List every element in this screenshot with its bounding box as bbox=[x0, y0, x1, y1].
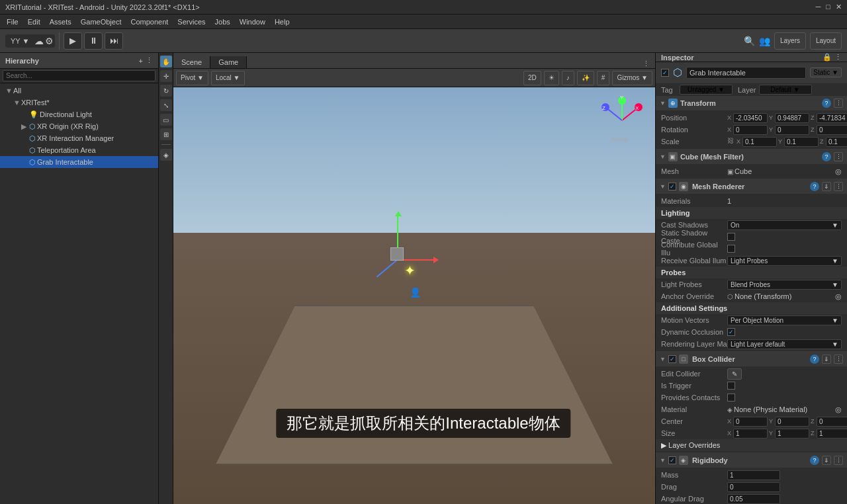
object-name-input[interactable] bbox=[686, 67, 806, 79]
layer-dropdown[interactable]: Default ▼ bbox=[759, 85, 812, 95]
pause-button[interactable]: ⏸ bbox=[84, 32, 103, 50]
mesh-renderer-settings-btn[interactable]: ⇓ bbox=[822, 182, 831, 191]
local-btn[interactable]: Local ▼ bbox=[211, 71, 245, 85]
tab-game[interactable]: Game bbox=[210, 56, 247, 68]
receive-gi-dropdown[interactable]: Light Probes ▼ bbox=[727, 256, 842, 266]
scale-link-icon[interactable]: ⛓ bbox=[727, 137, 734, 147]
account-dropdown[interactable]: YY ▼ bbox=[7, 36, 33, 46]
menu-assets[interactable]: Assets bbox=[46, 17, 75, 27]
tool-scale[interactable]: ⤡ bbox=[160, 99, 172, 111]
size-x-val[interactable]: 1 bbox=[733, 429, 768, 439]
transform-header[interactable]: ▼ ⊕ Transform ? ⋮ bbox=[656, 96, 847, 110]
tool-transform[interactable]: ⊞ bbox=[160, 128, 172, 140]
menu-help[interactable]: Help bbox=[271, 17, 294, 27]
light-probes-dropdown[interactable]: Blend Probes ▼ bbox=[727, 280, 842, 290]
hierarchy-item-grab[interactable]: ⬡ Grab Interactable bbox=[0, 156, 158, 168]
size-y-val[interactable]: 1 bbox=[775, 429, 809, 439]
box-collider-info-btn[interactable]: ? bbox=[810, 355, 819, 364]
tool-rect[interactable]: ▭ bbox=[160, 114, 172, 126]
fx-btn[interactable]: ✨ bbox=[577, 71, 594, 85]
settings-icon[interactable]: ⚙ bbox=[45, 36, 54, 46]
maximize-btn[interactable]: □ bbox=[826, 3, 830, 11]
view-2d-btn[interactable]: 2D bbox=[523, 71, 541, 85]
menu-component[interactable]: Component bbox=[126, 17, 172, 27]
center-x-val[interactable]: 0 bbox=[733, 417, 768, 427]
box-collider-menu-btn[interactable]: ⋮ bbox=[834, 355, 843, 364]
center-z-val[interactable]: 0 bbox=[817, 417, 847, 427]
box-collider-enabled[interactable] bbox=[668, 355, 676, 363]
hierarchy-item-xr-origin[interactable]: ▶ ⬡ XR Origin (XR Rig) bbox=[0, 120, 158, 132]
scale-y-val[interactable]: 0.1 bbox=[784, 137, 819, 147]
hierarchy-plus[interactable]: + bbox=[139, 57, 143, 65]
scene-gizmo-cube[interactable]: X Y Z Persp bbox=[596, 94, 648, 147]
rotation-x-val[interactable]: 0 bbox=[733, 125, 768, 135]
rigidbody-menu-btn[interactable]: ⋮ bbox=[834, 456, 843, 465]
audio-btn[interactable]: ♪ bbox=[562, 71, 574, 85]
search-icon[interactable]: 🔍 bbox=[744, 36, 755, 46]
box-collider-settings-btn[interactable]: ⇓ bbox=[822, 355, 831, 364]
menu-file[interactable]: File bbox=[3, 17, 22, 27]
rigidbody-settings-btn[interactable]: ⇓ bbox=[822, 456, 831, 465]
mesh-filter-edit-btn[interactable]: ⋮ bbox=[834, 152, 843, 161]
scale-z-val[interactable]: 0.1 bbox=[826, 137, 847, 147]
tab-scene[interactable]: Scene bbox=[173, 56, 210, 68]
position-x-val[interactable]: -2.03450 bbox=[733, 113, 768, 123]
hierarchy-menu[interactable]: ⋮ bbox=[146, 56, 153, 65]
hierarchy-item-teleport[interactable]: ⬡ Teleportation Area bbox=[0, 144, 158, 156]
mesh-filter-info-btn[interactable]: ? bbox=[822, 152, 831, 161]
rigidbody-header[interactable]: ▼ ◈ Rigidbody ? ⇓ ⋮ bbox=[656, 453, 847, 468]
edit-collider-btn[interactable]: ✎ bbox=[727, 368, 742, 380]
mesh-renderer-info-btn[interactable]: ? bbox=[810, 182, 819, 191]
layers-dropdown[interactable]: Layers bbox=[774, 32, 806, 50]
menu-gameobject[interactable]: GameObject bbox=[77, 17, 126, 27]
rotation-y-val[interactable]: 0 bbox=[775, 125, 809, 135]
mesh-renderer-enabled[interactable] bbox=[668, 183, 676, 190]
scene-view[interactable]: ✦ 👤 X Y Z Persp bbox=[173, 87, 655, 504]
motion-vectors-dropdown[interactable]: Per Object Motion ▼ bbox=[727, 315, 842, 325]
tool-hand[interactable]: ✋ bbox=[160, 56, 172, 67]
tool-rotate[interactable]: ↻ bbox=[160, 85, 172, 97]
play-button[interactable]: ▶ bbox=[64, 32, 82, 50]
hierarchy-item-xritest[interactable]: ▼ XRITest* bbox=[0, 97, 158, 108]
mesh-pick-btn[interactable]: ◎ bbox=[835, 167, 842, 176]
center-y-val[interactable]: 0 bbox=[775, 417, 809, 427]
mass-value[interactable]: 1 bbox=[727, 470, 780, 480]
gizmos-btn[interactable]: Gizmos ▼ bbox=[612, 71, 652, 85]
anchor-pick-btn[interactable]: ◎ bbox=[835, 292, 842, 301]
angular-drag-value[interactable]: 0.05 bbox=[727, 494, 780, 504]
static-shadow-checkbox[interactable] bbox=[727, 233, 735, 241]
transform-info-btn[interactable]: ? bbox=[822, 99, 831, 108]
scale-x-val[interactable]: 0.1 bbox=[742, 137, 777, 147]
collider-material-pick-btn[interactable]: ◎ bbox=[835, 405, 842, 414]
cloud-icon[interactable]: ☁ bbox=[34, 36, 44, 46]
is-trigger-checkbox[interactable] bbox=[727, 382, 735, 390]
rigidbody-info-btn[interactable]: ? bbox=[810, 456, 819, 465]
size-z-val[interactable]: 1 bbox=[817, 429, 847, 439]
hierarchy-item-xr-manager[interactable]: ⬡ XR Interaction Manager bbox=[0, 132, 158, 144]
mesh-renderer-menu-btn[interactable]: ⋮ bbox=[834, 182, 843, 191]
rotation-z-val[interactable]: 0 bbox=[817, 125, 847, 135]
box-collider-header[interactable]: ▼ □ Box Collider ? ⇓ ⋮ bbox=[656, 352, 847, 366]
hierarchy-search-input[interactable] bbox=[3, 70, 156, 81]
menu-services[interactable]: Services bbox=[173, 17, 209, 27]
transform-edit-btn[interactable]: ⋮ bbox=[834, 99, 843, 108]
inspector-lock[interactable]: 🔒 bbox=[823, 53, 832, 62]
inspector-menu[interactable]: ⋮ bbox=[834, 53, 842, 62]
object-enabled-checkbox[interactable] bbox=[661, 69, 669, 77]
step-button[interactable]: ⏭ bbox=[105, 32, 123, 50]
minimize-btn[interactable]: ─ bbox=[816, 3, 821, 11]
menu-window[interactable]: Window bbox=[236, 17, 269, 27]
collab-icon[interactable]: 👥 bbox=[759, 36, 770, 46]
rendering-layer-dropdown[interactable]: Light Layer default ▼ bbox=[727, 339, 842, 349]
lighting-btn[interactable]: ☀ bbox=[544, 71, 559, 85]
mesh-renderer-header[interactable]: ▼ ◉ Mesh Renderer ? ⇓ ⋮ bbox=[656, 179, 847, 194]
rigidbody-enabled[interactable] bbox=[668, 456, 676, 464]
menu-edit[interactable]: Edit bbox=[24, 17, 44, 27]
position-z-val[interactable]: -4.71834 bbox=[817, 113, 847, 123]
tool-move[interactable]: ✛ bbox=[160, 70, 172, 82]
contribute-gi-checkbox[interactable] bbox=[727, 245, 735, 253]
tool-custom[interactable]: ◈ bbox=[160, 149, 172, 161]
mesh-filter-header[interactable]: ▼ ▣ Cube (Mesh Filter) ? ⋮ bbox=[656, 149, 847, 164]
menu-jobs[interactable]: Jobs bbox=[211, 17, 234, 27]
layout-dropdown[interactable]: Layout bbox=[810, 32, 842, 50]
